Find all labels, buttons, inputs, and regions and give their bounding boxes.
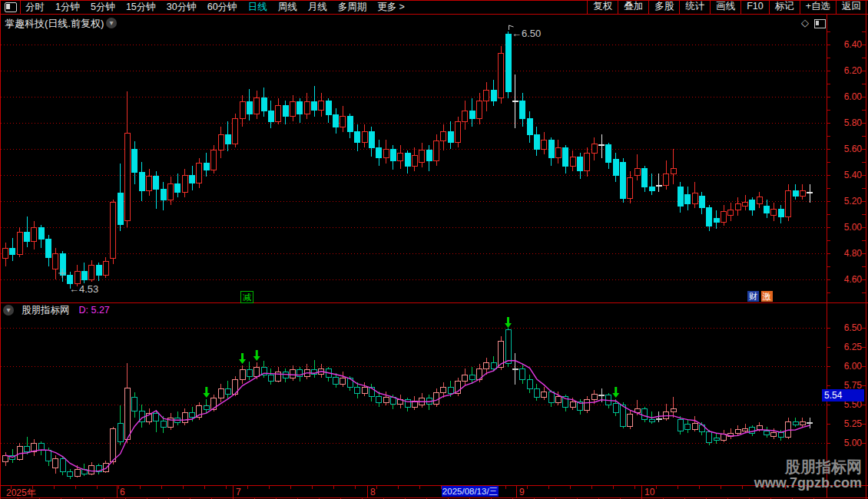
period-tab-7[interactable]: 周线 [278,0,297,14]
tool-button-1[interactable]: 叠加 [618,0,648,14]
period-menubar: 分时1分钟5分钟15分钟30分钟60分钟日线周线月线多周期更多 > 复权叠加多股… [0,0,868,14]
tool-button-0[interactable]: 复权 [587,0,618,14]
time-label-year: 2025年 [6,487,36,499]
indicator-d-value: D: 5.27 [79,305,110,316]
indicator-axis-label: 6.25 [828,342,862,352]
period-tab-2[interactable]: 5分钟 [91,0,115,14]
main-axis-label: 6.00 [828,91,862,102]
watermark-site-name: 股朋指标网 [754,458,862,475]
watermark: 股朋指标网 www.7gpzb.com [754,458,862,491]
time-label-month: 7 [236,487,241,497]
watermark-url: www.7gpzb.com [754,475,862,491]
date-tag: 2025/08/13/三 [442,486,499,497]
month-separator [641,485,642,497]
main-axis-label: 4.60 [828,274,862,285]
time-label-month: 10 [644,487,654,497]
period-tab-5[interactable]: 60分钟 [207,0,237,14]
month-separator [117,485,118,497]
main-axis-label: 5.60 [828,144,862,154]
month-separator [367,485,368,497]
price-chart-canvas[interactable] [0,0,868,499]
diamond-icon[interactable]: ◇ [801,17,809,28]
main-axis-label: 4.80 [828,248,862,259]
tool-button-4[interactable]: 画线 [710,0,740,14]
tool-button-5[interactable]: F10 [740,0,769,14]
period-tabs: 分时1分钟5分钟15分钟30分钟60分钟日线周线月线多周期更多 > [25,0,405,14]
indicator-axis-label: 6.50 [828,322,862,333]
period-tab-0[interactable]: 分时 [25,0,45,14]
period-tab-8[interactable]: 月线 [308,0,327,14]
indicator-name: 股朋指标网 [22,304,70,317]
window-border-left [0,0,1,499]
indicator-axis-label: 5.25 [828,418,862,429]
axis-border-left [827,14,827,497]
month-separator [233,485,234,497]
period-tab-4[interactable]: 30分钟 [167,0,197,14]
high-price-note: ←6.50 [512,28,541,39]
period-tab-1[interactable]: 1分钟 [55,0,80,14]
period-tab-9[interactable]: 多周期 [338,0,367,14]
event-badge-财[interactable]: 财 [747,291,759,302]
indicator-axis-label: 6.00 [828,361,862,372]
symbol-title: 掌趣科技(日线.前复权) [5,17,104,31]
time-axis-top-line [0,485,868,486]
window-border-right [866,0,866,499]
tool-button-2[interactable]: 多股 [648,0,679,14]
event-badge-减[interactable]: 减 [240,291,253,303]
main-axis-label: 6.20 [828,65,862,76]
event-badge-激[interactable]: 激 [761,291,773,302]
tool-button-8[interactable]: 返回 [836,0,866,14]
main-axis-label: 6.40 [828,39,862,50]
period-tab-3[interactable]: 15分钟 [126,0,156,14]
main-axis-label: 5.20 [828,196,862,207]
main-axis-label: 5.40 [828,170,862,180]
tool-button-6[interactable]: 标记 [769,0,800,14]
time-label-month: 6 [120,487,125,497]
titlebar: 掌趣科技(日线.前复权) ▾ [0,14,827,31]
main-axis-label: 5.80 [828,117,862,128]
time-axis-bottom-line [0,497,868,498]
tool-button-7[interactable]: +自选 [800,0,836,14]
period-tab-10[interactable]: 更多 > [377,0,405,14]
panel-divider [0,302,868,303]
main-axis-label: 5.00 [828,222,862,233]
trading-app-window: 分时1分钟5分钟15分钟30分钟60分钟日线周线月线多周期更多 > 复权叠加多股… [0,0,868,499]
time-label-month: 9 [519,487,525,497]
window-icon[interactable] [814,19,826,28]
window-layout-button[interactable] [0,0,20,14]
tool-button-3[interactable]: 统计 [679,0,710,14]
price-tag: 5.54 [822,389,864,402]
month-separator [516,485,517,497]
indicator-header: ▾ 股朋指标网 D: 5.27 [0,304,110,316]
low-price-note: ←4.53 [69,283,98,295]
chevron-down-icon[interactable]: ▾ [3,305,14,316]
indicator-axis-label: 5.00 [828,438,862,448]
chevron-down-icon[interactable]: ▾ [106,18,117,28]
tool-menu: 复权叠加多股统计画线F10标记+自选返回 [587,0,866,14]
split-window-icon [5,2,17,12]
time-label-month: 8 [370,487,376,497]
period-tab-6[interactable]: 日线 [248,0,267,14]
